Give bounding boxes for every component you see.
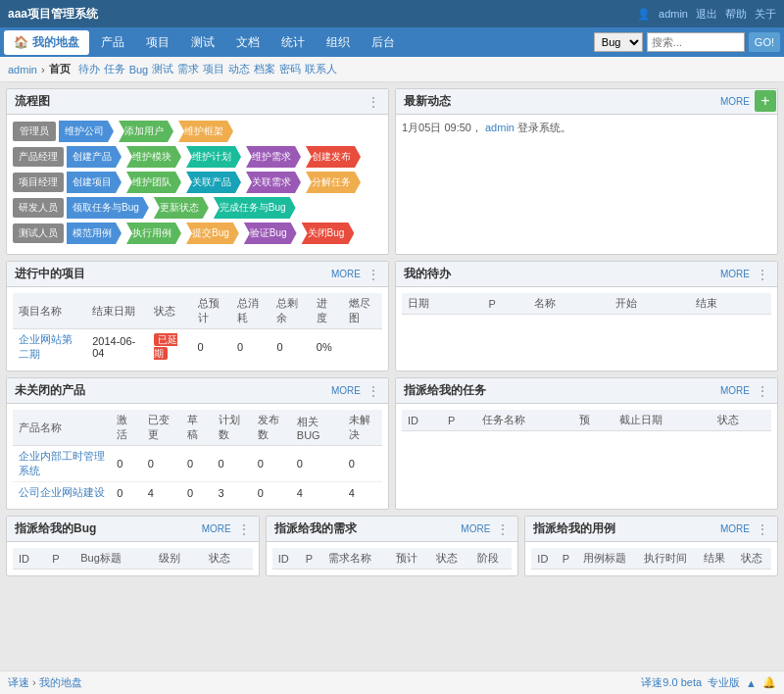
prod-bugs-2: 4 <box>291 482 343 504</box>
breadcrumb-req[interactable]: 需求 <box>177 62 199 76</box>
home-icon: 🏠 <box>14 35 28 49</box>
breadcrumb-task[interactable]: 任务 <box>104 62 125 76</box>
search-input[interactable] <box>647 32 745 52</box>
proj-col-status: 状态 <box>148 293 192 329</box>
footer-notify-icon[interactable]: 🔔 <box>762 676 776 689</box>
about-link[interactable]: 关于 <box>755 7 776 22</box>
flow-step-update-status: 更新状态 <box>154 197 209 219</box>
todo-col-p: P <box>483 293 529 315</box>
assigned-requests-table: ID P 需求名称 预计 状态 阶段 <box>272 548 513 570</box>
recent-activity-more[interactable]: MORE <box>720 96 750 107</box>
projects-more[interactable]: MORE <box>331 269 361 279</box>
prod-name-1[interactable]: 企业内部工时管理系统 <box>19 450 105 476</box>
nav-admin[interactable]: 后台 <box>362 30 405 55</box>
search-button[interactable]: GO! <box>749 32 780 52</box>
breadcrumb-activity[interactable]: 动态 <box>228 62 250 76</box>
nav-home[interactable]: 🏠 我的地盘 <box>4 30 89 55</box>
req-col-name: 需求名称 <box>322 548 389 570</box>
proj-status: 已延期 <box>154 333 177 360</box>
flow-diagram-dots[interactable]: ⋮ <box>367 95 380 109</box>
assigned-requests-actions: MORE ⋮ <box>461 522 510 536</box>
user-icon: 👤 <box>637 8 651 21</box>
activity-user[interactable]: admin <box>485 122 514 133</box>
assigned-cases-title: 指派给我的用例 <box>533 520 615 537</box>
proj-burn <box>343 329 382 366</box>
footer-right: 译速9.0 beta 专业版 ▲ 🔔 <box>641 675 776 690</box>
todo-dots[interactable]: ⋮ <box>756 268 769 281</box>
flow-row-dev: 研发人员 领取任务与Bug 更新状态 完成任务与Bug <box>13 197 382 219</box>
nav-stats[interactable]: 统计 <box>271 30 315 55</box>
footer-up-icon[interactable]: ▲ <box>746 677 757 689</box>
case-col-id: ID <box>531 548 556 570</box>
assigned-bugs-body: ID P Bug标题 级别 状态 <box>7 542 259 575</box>
todo-body: 日期 P 名称 开始 结束 <box>396 287 777 321</box>
case-col-time: 执行时间 <box>638 548 699 570</box>
assigned-tasks-table: ID P 任务名称 预 截止日期 状态 <box>402 410 771 431</box>
todo-more[interactable]: MORE <box>720 269 750 279</box>
assigned-bugs-header: 指派给我的Bug MORE ⋮ <box>7 517 259 542</box>
logout-link[interactable]: 退出 <box>696 7 717 22</box>
case-col-title: 用例标题 <box>577 548 638 570</box>
activity-date: 1月05日 09:50， <box>402 122 482 133</box>
prod-col-releases: 发布数 <box>252 410 291 446</box>
assigned-requests-header: 指派给我的需求 MORE ⋮ <box>267 517 518 542</box>
prod-name-2[interactable]: 公司企业网站建设 <box>19 486 105 498</box>
assigned-cases-dots[interactable]: ⋮ <box>756 522 769 536</box>
breadcrumb-todo[interactable]: 待办 <box>78 62 100 76</box>
products-body: 产品名称 激活 已变更 草稿 计划数 发布数 相关BUG 未解决 企业内部工时管 <box>7 404 388 509</box>
table-row: 企业网站第二期 2014-06-04 已延期 0 0 0 0% <box>13 329 382 366</box>
products-body-rows: 企业内部工时管理系统 0 0 0 0 0 0 0 公司企业网站建设 0 <box>13 446 382 504</box>
assigned-bugs-more[interactable]: MORE <box>202 523 231 534</box>
breadcrumb-bug[interactable]: Bug <box>129 64 149 75</box>
task-col-p: P <box>442 410 476 431</box>
nav-doc[interactable]: 文档 <box>226 30 270 55</box>
bug-col-level: 级别 <box>153 548 203 570</box>
prod-bugs-1: 0 <box>291 446 343 482</box>
flow-step-maintain-framework: 维护框架 <box>178 121 233 142</box>
products-dots[interactable]: ⋮ <box>367 384 380 398</box>
search-type-select[interactable]: Bug 需求 任务 <box>594 32 643 52</box>
req-col-p: P <box>300 548 323 570</box>
nav-org[interactable]: 组织 <box>317 30 360 55</box>
assigned-bugs-dots[interactable]: ⋮ <box>237 522 251 536</box>
nav-project[interactable]: 项目 <box>136 30 179 55</box>
flow-diagram-body: 管理员 维护公司 添加用户 维护框架 产品经理 创建产品 维护模块 维护计划 维… <box>7 115 388 254</box>
flow-role-projm: 项目经理 <box>13 173 64 192</box>
footer-home-link[interactable]: 译速 <box>8 676 29 688</box>
breadcrumb-test[interactable]: 测试 <box>152 62 173 76</box>
breadcrumb-files[interactable]: 档案 <box>254 62 275 76</box>
flow-diagram-actions: ⋮ <box>367 95 380 109</box>
nav-product[interactable]: 产品 <box>91 30 134 55</box>
proj-name-link[interactable]: 企业网站第二期 <box>19 333 73 360</box>
recent-activity-title: 最新动态 <box>404 93 451 110</box>
breadcrumb-proj[interactable]: 项目 <box>203 62 224 76</box>
projects-dots[interactable]: ⋮ <box>367 268 380 281</box>
bug-col-title: Bug标题 <box>74 548 153 570</box>
breadcrumb-password[interactable]: 密码 <box>279 62 301 76</box>
todo-col-name: 名称 <box>528 293 610 315</box>
username: admin <box>659 8 688 20</box>
help-link[interactable]: 帮助 <box>725 7 747 22</box>
assigned-cases-body: ID P 用例标题 执行时间 结果 状态 <box>525 542 777 575</box>
flow-diagram-title: 流程图 <box>15 93 50 110</box>
search-area: Bug 需求 任务 GO! <box>594 32 780 52</box>
task-col-status: 状态 <box>711 410 771 431</box>
breadcrumb-home[interactable]: 首页 <box>49 62 71 76</box>
assigned-tasks-dots[interactable]: ⋮ <box>756 384 769 398</box>
products-more[interactable]: MORE <box>331 385 361 396</box>
assigned-cases-more[interactable]: MORE <box>720 523 750 534</box>
assigned-requests-more[interactable]: MORE <box>461 523 490 534</box>
assigned-requests-dots[interactable]: ⋮ <box>496 522 510 536</box>
prod-col-name: 产品名称 <box>13 410 111 446</box>
proj-col-name: 项目名称 <box>13 293 86 329</box>
flow-step-create-product: 创建产品 <box>67 146 122 168</box>
footer-dashboard-link[interactable]: 我的地盘 <box>39 676 82 688</box>
case-col-status: 状态 <box>735 548 771 570</box>
products-panel: 未关闭的产品 MORE ⋮ 产品名称 激活 已变更 草稿 计划数 <box>6 377 389 510</box>
nav-test[interactable]: 测试 <box>181 30 224 55</box>
add-button[interactable]: + <box>755 90 776 112</box>
breadcrumb-admin[interactable]: admin <box>8 64 37 75</box>
breadcrumb-contact[interactable]: 联系人 <box>305 62 337 76</box>
assigned-tasks-more[interactable]: MORE <box>720 385 750 396</box>
products-actions: MORE ⋮ <box>331 384 380 398</box>
